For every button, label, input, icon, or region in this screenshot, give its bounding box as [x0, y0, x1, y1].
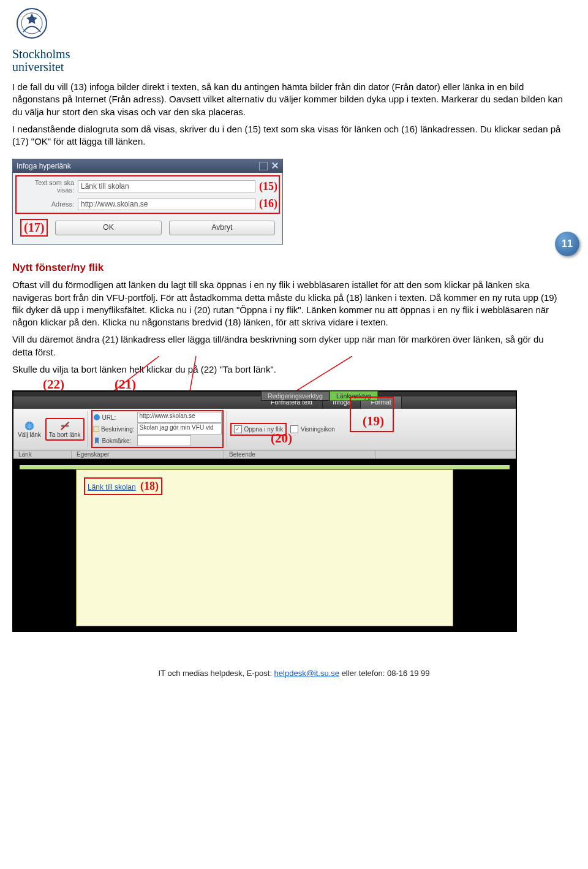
editor-canvas: Länk till skolan (18) [13, 459, 516, 631]
paragraph-1: I de fall du vill (13) infoga bilder dir… [12, 81, 564, 118]
section-heading: Nytt fönster/ny flik [12, 262, 576, 274]
open-new-tab-checkbox[interactable]: ✓ [234, 425, 242, 433]
su-emblem-icon [12, 6, 51, 45]
university-logo: Stockholms universitet [12, 6, 576, 74]
ok-button[interactable]: OK [55, 221, 161, 235]
url-input[interactable]: http://www.skolan.se [137, 412, 222, 423]
address-label: Adress: [18, 200, 74, 208]
paragraph-2: I nedanstående dialogruta som då visas, … [12, 123, 564, 148]
editor-document[interactable]: Länk till skolan (18) [76, 469, 453, 626]
callout-18: (18) [140, 480, 159, 492]
group-behaviour: Beteende [224, 450, 375, 458]
logo-text: Stockholms universitet [12, 48, 576, 74]
group-link: Länk [13, 450, 72, 458]
cancel-button[interactable]: Avbryt [169, 221, 275, 235]
text-to-show-label: Text som ska visas: [18, 179, 74, 194]
ribbon-toolbar: Välj länk Ta bort länk URL: http://www.s… [13, 409, 516, 450]
description-label: Beskrivning: [93, 425, 135, 433]
choose-link-button[interactable]: Välj länk [15, 419, 44, 440]
dialog-title: Infoga hyperlänk [17, 162, 71, 170]
link-in-text[interactable]: Länk till skolan (18) [84, 477, 162, 495]
url-label: URL: [93, 414, 135, 421]
close-icon[interactable] [271, 162, 279, 169]
open-new-tab-label: Öppna i ny flik [244, 426, 283, 433]
bookmark-input[interactable] [137, 435, 191, 446]
svg-point-9 [94, 414, 100, 420]
callout-22: (22) [43, 377, 64, 392]
restore-icon[interactable] [259, 162, 268, 170]
address-input[interactable]: http://www.skolan.se [78, 198, 255, 210]
paragraph-5: Skulle du vilja ta bort länken helt klic… [12, 363, 564, 376]
group-footer: Länk Egenskaper Beteende [13, 450, 516, 459]
group-properties: Egenskaper [72, 450, 224, 458]
callout-box-19 [350, 397, 394, 432]
bookmark-icon [93, 437, 100, 444]
callout-15: (15) [259, 180, 277, 193]
footer: IT och medias helpdesk, E-post: helpdesk… [12, 669, 576, 678]
bookmark-label: Bokmärke: [93, 437, 135, 444]
editor-screenshot: Redigeringsverktyg Länkverktyg Formatera… [12, 390, 517, 632]
globe-small-icon [93, 414, 100, 421]
context-tab-editing[interactable]: Redigeringsverktyg [261, 391, 330, 401]
note-icon [93, 425, 100, 433]
callout-16: (16) [259, 197, 277, 210]
paragraph-4: Vill du däremot ändra (21) länkadress el… [12, 333, 564, 359]
paragraph-3: Oftast vill du förmodligen att länken du… [12, 279, 564, 328]
callout-21: (21) [115, 377, 136, 392]
callout-17: (17) [20, 219, 48, 237]
description-input[interactable]: Skolan jag gör min VFU vid [137, 423, 222, 435]
dialog-titlebar: Infoga hyperlänk [13, 159, 282, 173]
remove-link-button[interactable]: Ta bort länk [45, 418, 85, 441]
svg-rect-10 [93, 427, 99, 432]
display-icon-checkbox[interactable] [290, 425, 298, 433]
broken-link-icon [59, 420, 70, 431]
text-to-show-input[interactable]: Länk till skolan [78, 180, 255, 192]
page-number-badge: 11 [555, 232, 579, 256]
display-icon-label: Visningsikon [301, 426, 335, 433]
helpdesk-email-link[interactable]: helpdesk@it.su.se [274, 669, 339, 678]
document-page: Stockholms universitet I de fall du vill… [0, 0, 588, 696]
insert-hyperlink-dialog: Infoga hyperlänk Text som ska visas: Län… [12, 159, 283, 245]
globe-icon [24, 420, 35, 431]
